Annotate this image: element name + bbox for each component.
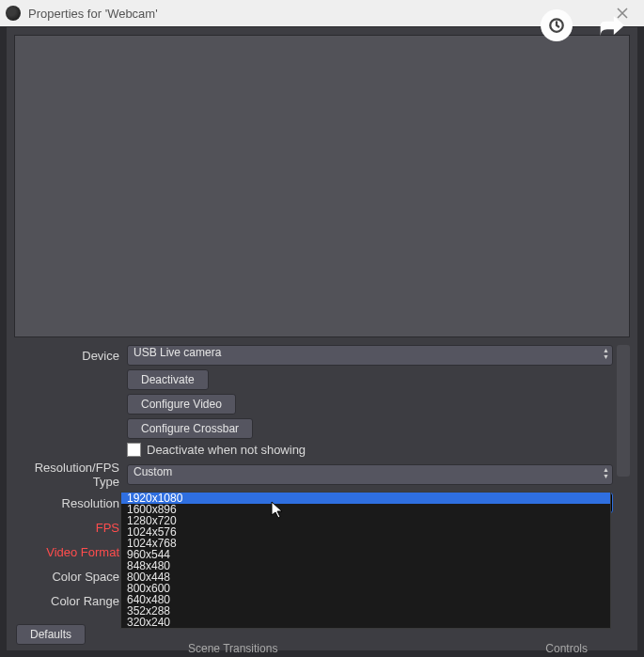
resolution-option[interactable]: 1280x720 [121,515,610,526]
resfps-select[interactable]: Custom ▲▼ [127,464,613,485]
color-space-label: Color Space [14,570,127,584]
resolution-option[interactable]: 800x448 [121,571,610,583]
updown-icon: ▲▼ [603,347,609,360]
resfps-label: Resolution/FPS Type [14,461,127,489]
deactivate-button[interactable]: Deactivate [127,369,209,390]
scrollbar[interactable] [617,345,630,477]
fps-label: FPS [14,521,127,535]
resolution-label: Resolution [14,496,127,510]
resolution-option[interactable]: 960x544 [121,549,610,560]
resfps-value: Custom [134,465,172,478]
watch-later-icon[interactable] [541,9,573,41]
resolution-option[interactable]: 848x480 [121,560,610,571]
configure-crossbar-button[interactable]: Configure Crossbar [127,418,253,439]
resolution-option[interactable]: 1024x576 [121,526,610,538]
buffering-label: Buffering? [14,618,127,618]
obs-logo-icon [6,6,21,21]
controls-label: Controls [545,642,588,655]
resolution-option[interactable]: 1920x1080 [121,493,610,504]
resolution-option[interactable]: 640x480 [121,594,610,605]
device-select[interactable]: USB Live camera ▲▼ [127,345,613,366]
device-label: Device [14,349,127,363]
share-icon[interactable] [595,9,627,44]
resolution-option[interactable]: 800x600 [121,583,610,594]
window-title: Properties for 'Webcam' [28,7,606,21]
deactivate-hidden-checkbox[interactable] [127,443,141,457]
resolution-dropdown-list[interactable]: 1920x10801600x8961280x7201024x5761024x76… [120,492,611,629]
resolution-option[interactable]: 352x288 [121,605,610,617]
resolution-option[interactable]: 320x240 [121,617,610,628]
resolution-option[interactable]: 1024x768 [121,538,610,549]
updown-icon: ▲▼ [603,466,609,479]
configure-video-button[interactable]: Configure Video [127,394,236,415]
video-format-label: Video Format [14,545,127,559]
main-footer: Scene Transitions Controls [0,642,644,657]
device-value: USB Live camera [134,346,221,359]
scene-transitions-label: Scene Transitions [188,642,277,655]
video-preview [14,35,630,337]
resolution-option[interactable]: 1600x896 [121,504,610,515]
deactivate-hidden-label: Deactivate when not showing [147,443,306,457]
color-range-label: Color Range [14,594,127,608]
overlay-icons [541,9,627,44]
